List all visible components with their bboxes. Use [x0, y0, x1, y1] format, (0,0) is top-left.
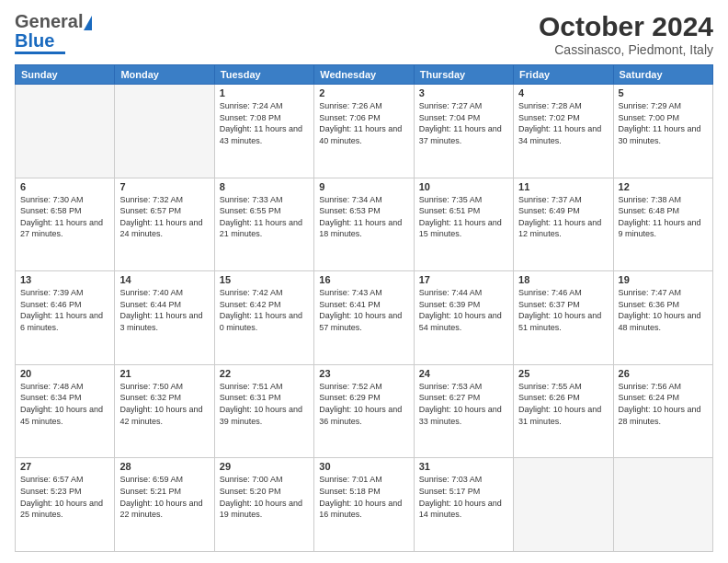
day-number: 9	[319, 181, 408, 192]
cell-info: Sunrise: 6:57 AMSunset: 5:23 PMDaylight:…	[20, 474, 109, 520]
calendar-week-0: 1Sunrise: 7:24 AMSunset: 7:08 PMDaylight…	[16, 85, 713, 178]
calendar-cell: 16Sunrise: 7:43 AMSunset: 6:41 PMDayligh…	[314, 271, 414, 365]
cell-info: Sunrise: 7:35 AMSunset: 6:51 PMDaylight:…	[419, 194, 508, 240]
calendar-week-4: 27Sunrise: 6:57 AMSunset: 5:23 PMDayligh…	[16, 458, 713, 552]
day-number: 4	[518, 87, 608, 98]
calendar-cell: 19Sunrise: 7:47 AMSunset: 6:36 PMDayligh…	[613, 271, 712, 365]
cell-info: Sunrise: 7:24 AMSunset: 7:08 PMDaylight:…	[220, 100, 309, 146]
calendar-cell	[514, 458, 613, 552]
calendar-cell: 2Sunrise: 7:26 AMSunset: 7:06 PMDaylight…	[314, 85, 414, 178]
cell-info: Sunrise: 7:43 AMSunset: 6:41 PMDaylight:…	[319, 287, 408, 333]
day-number: 15	[220, 274, 309, 285]
calendar-table: SundayMondayTuesdayWednesdayThursdayFrid…	[15, 64, 713, 552]
cell-info: Sunrise: 7:27 AMSunset: 7:04 PMDaylight:…	[419, 100, 508, 146]
day-header-saturday: Saturday	[613, 65, 712, 85]
calendar-cell: 3Sunrise: 7:27 AMSunset: 7:04 PMDaylight…	[414, 85, 513, 178]
cell-info: Sunrise: 7:53 AMSunset: 6:27 PMDaylight:…	[419, 381, 508, 427]
cell-info: Sunrise: 7:55 AMSunset: 6:26 PMDaylight:…	[518, 381, 608, 427]
day-number: 27	[20, 461, 109, 472]
day-header-thursday: Thursday	[414, 65, 513, 85]
day-number: 14	[119, 274, 209, 285]
day-number: 23	[319, 368, 408, 379]
calendar-cell: 24Sunrise: 7:53 AMSunset: 6:27 PMDayligh…	[414, 364, 513, 458]
day-number: 22	[220, 368, 309, 379]
day-number: 25	[518, 368, 608, 379]
calendar-cell: 11Sunrise: 7:37 AMSunset: 6:49 PMDayligh…	[514, 178, 613, 271]
cell-info: Sunrise: 7:00 AMSunset: 5:20 PMDaylight:…	[220, 474, 309, 520]
day-number: 29	[220, 461, 309, 472]
calendar-cell	[613, 458, 712, 552]
cell-info: Sunrise: 7:52 AMSunset: 6:29 PMDaylight:…	[319, 381, 408, 427]
cell-info: Sunrise: 7:34 AMSunset: 6:53 PMDaylight:…	[319, 194, 408, 240]
cell-info: Sunrise: 7:39 AMSunset: 6:46 PMDaylight:…	[20, 287, 109, 333]
calendar-week-2: 13Sunrise: 7:39 AMSunset: 6:46 PMDayligh…	[16, 271, 713, 365]
title-block: October 2024 Cassinasco, Piedmont, Italy	[539, 11, 713, 57]
header: General Blue October 2024 Cassinasco, Pi…	[15, 11, 713, 57]
cell-info: Sunrise: 7:42 AMSunset: 6:42 PMDaylight:…	[220, 287, 309, 333]
calendar-page: General Blue October 2024 Cassinasco, Pi…	[0, 0, 728, 563]
day-header-wednesday: Wednesday	[314, 65, 414, 85]
day-number: 31	[419, 461, 508, 472]
calendar-cell: 14Sunrise: 7:40 AMSunset: 6:44 PMDayligh…	[115, 271, 214, 365]
day-header-friday: Friday	[514, 65, 613, 85]
day-number: 17	[419, 274, 508, 285]
logo-text: General	[15, 11, 92, 31]
calendar-cell	[16, 85, 115, 178]
cell-info: Sunrise: 7:40 AMSunset: 6:44 PMDaylight:…	[119, 287, 209, 333]
cell-info: Sunrise: 7:38 AMSunset: 6:48 PMDaylight:…	[619, 194, 708, 240]
day-header-tuesday: Tuesday	[214, 65, 313, 85]
calendar-cell: 20Sunrise: 7:48 AMSunset: 6:34 PMDayligh…	[16, 364, 115, 458]
day-header-sunday: Sunday	[16, 65, 115, 85]
calendar-cell: 7Sunrise: 7:32 AMSunset: 6:57 PMDaylight…	[115, 178, 214, 271]
cell-info: Sunrise: 7:32 AMSunset: 6:57 PMDaylight:…	[119, 194, 209, 240]
cell-info: Sunrise: 7:48 AMSunset: 6:34 PMDaylight:…	[20, 381, 109, 427]
day-number: 26	[619, 368, 708, 379]
logo-general: General	[15, 11, 83, 31]
day-number: 30	[319, 461, 408, 472]
cell-info: Sunrise: 7:26 AMSunset: 7:06 PMDaylight:…	[319, 100, 408, 146]
day-number: 21	[119, 368, 209, 379]
cell-info: Sunrise: 7:30 AMSunset: 6:58 PMDaylight:…	[20, 194, 109, 240]
calendar-cell: 4Sunrise: 7:28 AMSunset: 7:02 PMDaylight…	[514, 85, 613, 178]
day-number: 8	[220, 181, 309, 192]
day-number: 1	[220, 87, 309, 98]
cell-info: Sunrise: 7:29 AMSunset: 7:00 PMDaylight:…	[619, 100, 708, 146]
cell-info: Sunrise: 7:01 AMSunset: 5:18 PMDaylight:…	[319, 474, 408, 520]
calendar-cell: 30Sunrise: 7:01 AMSunset: 5:18 PMDayligh…	[314, 458, 414, 552]
calendar-cell: 1Sunrise: 7:24 AMSunset: 7:08 PMDaylight…	[214, 85, 313, 178]
month-year: October 2024	[539, 11, 713, 42]
day-number: 6	[20, 181, 109, 192]
calendar-cell	[115, 85, 214, 178]
calendar-week-3: 20Sunrise: 7:48 AMSunset: 6:34 PMDayligh…	[16, 364, 713, 458]
cell-info: Sunrise: 6:59 AMSunset: 5:21 PMDaylight:…	[119, 474, 209, 520]
day-number: 12	[619, 181, 708, 192]
calendar-cell: 5Sunrise: 7:29 AMSunset: 7:00 PMDaylight…	[613, 85, 712, 178]
cell-info: Sunrise: 7:28 AMSunset: 7:02 PMDaylight:…	[518, 100, 608, 146]
day-number: 5	[619, 87, 708, 98]
calendar-cell: 9Sunrise: 7:34 AMSunset: 6:53 PMDaylight…	[314, 178, 414, 271]
calendar-cell: 15Sunrise: 7:42 AMSunset: 6:42 PMDayligh…	[214, 271, 313, 365]
calendar-cell: 29Sunrise: 7:00 AMSunset: 5:20 PMDayligh…	[214, 458, 313, 552]
calendar-cell: 8Sunrise: 7:33 AMSunset: 6:55 PMDaylight…	[214, 178, 313, 271]
cell-info: Sunrise: 7:44 AMSunset: 6:39 PMDaylight:…	[419, 287, 508, 333]
day-number: 18	[518, 274, 608, 285]
calendar-cell: 31Sunrise: 7:03 AMSunset: 5:17 PMDayligh…	[414, 458, 513, 552]
calendar-cell: 25Sunrise: 7:55 AMSunset: 6:26 PMDayligh…	[514, 364, 613, 458]
calendar-header-row: SundayMondayTuesdayWednesdayThursdayFrid…	[16, 65, 713, 85]
day-number: 24	[419, 368, 508, 379]
calendar-cell: 27Sunrise: 6:57 AMSunset: 5:23 PMDayligh…	[16, 458, 115, 552]
day-number: 10	[419, 181, 508, 192]
day-number: 2	[319, 87, 408, 98]
day-header-monday: Monday	[115, 65, 214, 85]
cell-info: Sunrise: 7:46 AMSunset: 6:37 PMDaylight:…	[518, 287, 608, 333]
day-number: 19	[619, 274, 708, 285]
cell-info: Sunrise: 7:03 AMSunset: 5:17 PMDaylight:…	[419, 474, 508, 520]
logo-triangle-icon	[84, 16, 92, 30]
calendar-cell: 12Sunrise: 7:38 AMSunset: 6:48 PMDayligh…	[613, 178, 712, 271]
cell-info: Sunrise: 7:56 AMSunset: 6:24 PMDaylight:…	[619, 381, 708, 427]
calendar-cell: 23Sunrise: 7:52 AMSunset: 6:29 PMDayligh…	[314, 364, 414, 458]
cell-info: Sunrise: 7:33 AMSunset: 6:55 PMDaylight:…	[220, 194, 309, 240]
calendar-cell: 18Sunrise: 7:46 AMSunset: 6:37 PMDayligh…	[514, 271, 613, 365]
calendar-cell: 17Sunrise: 7:44 AMSunset: 6:39 PMDayligh…	[414, 271, 513, 365]
day-number: 13	[20, 274, 109, 285]
